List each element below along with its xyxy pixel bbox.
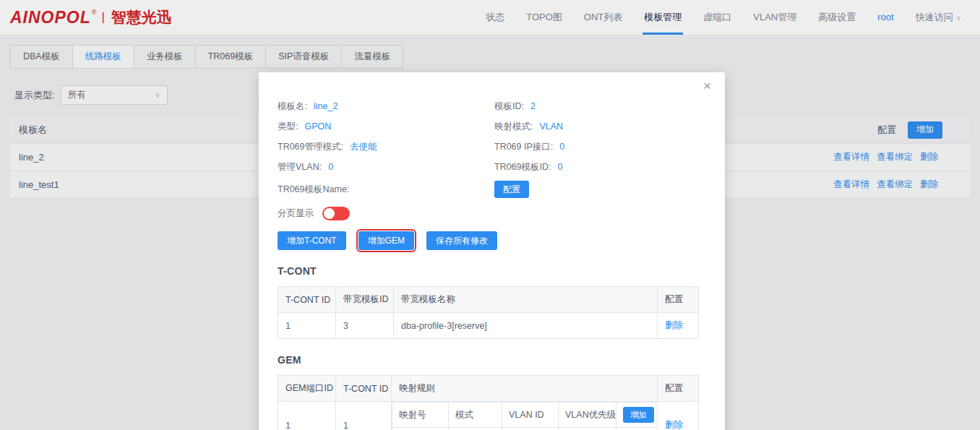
modal-action-buttons: 增加T-CONT 增加GEM 保存所有修改 (278, 231, 705, 250)
add-mapping-button[interactable]: 增加 (623, 407, 654, 423)
mapping-table-header: 映射号 模式 VLAN ID VLAN优先级 增加 (392, 403, 658, 428)
delete-gem-link[interactable]: 删除 (665, 420, 683, 430)
col-vlan-id: VLAN ID (502, 403, 559, 428)
col-tcont-id: T-CONT ID (278, 287, 336, 313)
template-name-value: line_2 (314, 101, 338, 111)
mapping-row: 0 VLAN 100 - 删除 (392, 428, 658, 430)
pagination-label: 分页显示 (278, 207, 314, 220)
add-tcont-button[interactable]: 增加T-CONT (278, 231, 346, 250)
field-config-action: 配置 (494, 181, 705, 198)
add-gem-button[interactable]: 增加GEM (358, 231, 414, 250)
field-mgmt-vlan: 管理VLAN:0 (278, 160, 494, 173)
close-icon[interactable]: × (703, 79, 711, 93)
col-mapping-no: 映射号 (392, 403, 449, 428)
line-template-detail-modal: × 模板名:line_2 模板ID:2 类型:GPON 映射模式:VLAN TR… (259, 72, 725, 430)
tcont-row: 1 3 dba-profile-3[reserve] 删除 (278, 313, 699, 339)
gem-row: 1 1 映射号 模式 VLAN ID VLAN优先级 增加 0 (278, 402, 699, 430)
field-mapping-mode: 映射模式:VLAN (494, 120, 705, 133)
gem-table: GEM端口ID T-CONT ID 映射规则 配置 1 1 映射号 模式 VLA… (278, 375, 699, 430)
mapping-vlan-id: 100 (502, 428, 559, 430)
col-gem-port-id: GEM端口ID (278, 376, 336, 402)
tr069-disable-link[interactable]: 去使能 (350, 142, 377, 152)
bw-profile-id: 3 (336, 313, 394, 339)
pagination-toggle-row: 分页显示 (278, 207, 705, 220)
field-tr069-template-id: TR069模板ID:0 (494, 160, 705, 173)
col-mapping-rule: 映射规则 (392, 376, 658, 402)
col-mode: 模式 (449, 403, 502, 428)
bw-profile-name: dba-profile-3[reserve] (394, 313, 658, 339)
col-config: 配置 (658, 287, 699, 313)
mapping-vlan-priority: - (559, 428, 616, 430)
mapping-rule-table: 映射号 模式 VLAN ID VLAN优先级 增加 0 VLAN 100 - 删… (392, 402, 657, 430)
tcont-id: 1 (278, 313, 336, 339)
col-config: 配置 (658, 376, 699, 402)
delete-tcont-link[interactable]: 删除 (665, 320, 683, 330)
type-value: GPON (304, 121, 331, 132)
mapping-no: 0 (392, 428, 449, 430)
tr069-config-button[interactable]: 配置 (494, 181, 529, 198)
col-bw-profile-name: 带宽模板名称 (394, 287, 658, 313)
tcont-table-header: T-CONT ID 带宽模板ID 带宽模板名称 配置 (278, 287, 699, 313)
field-template-name: 模板名:line_2 (278, 100, 494, 113)
template-id-value: 2 (530, 101, 536, 111)
mapping-mode: VLAN (449, 428, 502, 430)
mapping-mode-value: VLAN (539, 121, 563, 132)
col-tcont-id: T-CONT ID (336, 376, 392, 402)
save-all-button[interactable]: 保存所有修改 (426, 231, 497, 250)
mgmt-vlan-value: 0 (328, 162, 333, 172)
col-bw-profile-id: 带宽模板ID (336, 287, 394, 313)
gem-tcont-id: 1 (336, 402, 392, 430)
tcont-table: T-CONT ID 带宽模板ID 带宽模板名称 配置 1 3 dba-profi… (278, 286, 699, 339)
tr069-template-id-value: 0 (558, 162, 563, 172)
tr069-ip-port-value: 0 (559, 142, 564, 152)
field-template-id: 模板ID:2 (494, 100, 705, 113)
field-tr069-ip-port: TR069 IP接口:0 (494, 140, 705, 153)
col-vlan-priority: VLAN优先级 (559, 403, 616, 428)
field-tr069-template-name: TR069模板Name: (278, 183, 494, 196)
gem-section-title: GEM (278, 354, 705, 366)
gem-port-id: 1 (278, 402, 336, 430)
pagination-toggle[interactable] (322, 207, 350, 220)
page: AINOPOL ® | 智慧光迅 状态 TOPO图 ONT列表 模板管理 虚端口… (0, 0, 980, 430)
field-tr069-mode: TR069管理模式:去使能 (278, 140, 494, 153)
field-type: 类型:GPON (278, 120, 494, 133)
template-fields: 模板名:line_2 模板ID:2 类型:GPON 映射模式:VLAN TR06… (278, 100, 705, 198)
tcont-section-title: T-CONT (278, 265, 705, 277)
gem-table-header: GEM端口ID T-CONT ID 映射规则 配置 (278, 376, 699, 402)
